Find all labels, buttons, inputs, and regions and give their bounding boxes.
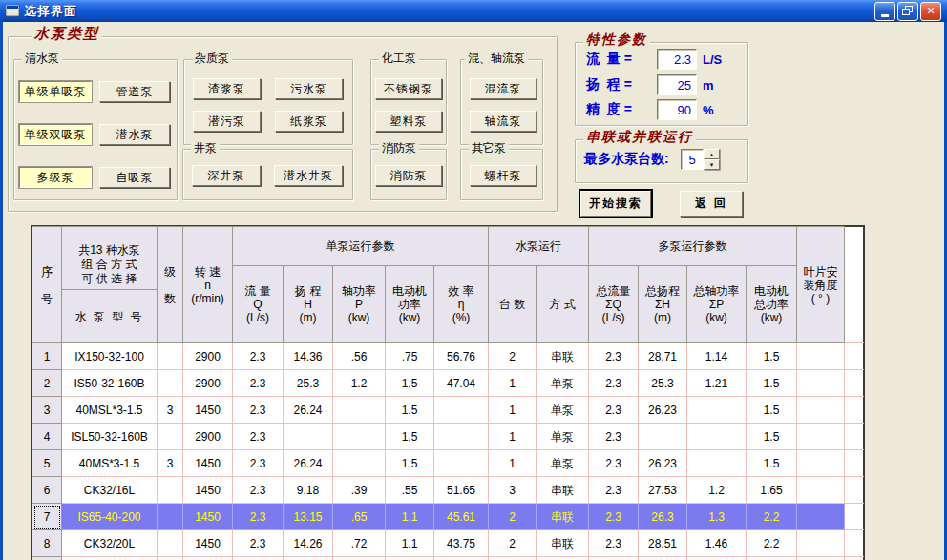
table-cell[interactable] bbox=[797, 477, 845, 504]
table-cell[interactable]: 43.75 bbox=[434, 530, 489, 557]
button-plastic-pump[interactable]: 塑料泵 bbox=[375, 111, 442, 132]
table-cell[interactable]: 2.2 bbox=[747, 504, 797, 530]
table-cell[interactable] bbox=[687, 557, 747, 560]
table-cell[interactable] bbox=[158, 370, 183, 397]
table-cell[interactable]: 2.3 bbox=[589, 397, 639, 424]
table-cell[interactable] bbox=[434, 397, 489, 424]
table-cell[interactable]: 1.3 bbox=[687, 504, 747, 530]
row-number-cell[interactable]: 9 bbox=[32, 557, 62, 560]
table-cell[interactable]: 2.3 bbox=[233, 477, 284, 504]
minimize-button[interactable] bbox=[874, 2, 895, 21]
table-cell[interactable]: 3 bbox=[158, 397, 183, 424]
table-cell[interactable]: 1.5 bbox=[747, 370, 797, 397]
table-cell[interactable]: .75 bbox=[386, 343, 434, 370]
table-cell[interactable]: 2.2 bbox=[747, 530, 797, 557]
table-cell[interactable]: CK32/16L bbox=[62, 477, 158, 504]
table-cell[interactable] bbox=[797, 504, 845, 530]
table-cell[interactable]: 1.5 bbox=[386, 397, 434, 424]
table-cell[interactable] bbox=[434, 424, 489, 450]
table-cell[interactable]: 1.1 bbox=[386, 557, 434, 560]
table-cell[interactable]: 4 bbox=[158, 557, 183, 560]
table-cell[interactable]: 1 bbox=[489, 424, 537, 450]
table-cell[interactable] bbox=[687, 424, 747, 450]
table-cell[interactable]: 47.04 bbox=[434, 370, 489, 397]
table-cell[interactable]: 1.21 bbox=[687, 370, 747, 397]
table-cell[interactable] bbox=[158, 504, 183, 530]
table-cell[interactable]: 2.3 bbox=[233, 343, 284, 370]
table-cell[interactable]: 26.23 bbox=[639, 450, 687, 477]
table-cell[interactable] bbox=[158, 343, 183, 370]
table-cell[interactable]: 1.5 bbox=[747, 450, 797, 477]
table-row[interactable]: 1IX150-32-10029002.314.36.56.7556.762串联2… bbox=[32, 343, 864, 370]
table-cell[interactable]: 1.1 bbox=[386, 530, 434, 557]
table-cell[interactable]: 45.61 bbox=[434, 504, 489, 530]
table-cell[interactable]: 1.5 bbox=[747, 397, 797, 424]
table-cell[interactable] bbox=[284, 424, 333, 450]
table-cell[interactable]: 2.3 bbox=[233, 370, 284, 397]
button-submersible-well-pump[interactable]: 潜水井泵 bbox=[274, 165, 343, 186]
table-cell[interactable]: 1450 bbox=[183, 477, 233, 504]
button-submersible-sewage-pump[interactable]: 潜污泵 bbox=[193, 111, 261, 132]
table-cell[interactable]: 串联 bbox=[537, 343, 589, 370]
table-cell[interactable]: 单泵 bbox=[537, 450, 589, 477]
table-cell[interactable] bbox=[687, 397, 747, 424]
table-cell[interactable] bbox=[333, 450, 386, 477]
precision-input[interactable]: 90 bbox=[657, 99, 697, 120]
table-cell[interactable]: 28.71 bbox=[639, 343, 687, 370]
table-cell[interactable] bbox=[687, 450, 747, 477]
button-single-stage-double-suction[interactable]: 单级双吸泵 bbox=[19, 124, 92, 145]
table-cell[interactable]: 并联 bbox=[537, 557, 589, 560]
table-cell[interactable]: 1450 bbox=[183, 557, 233, 560]
table-cell[interactable] bbox=[434, 557, 489, 560]
restore-button[interactable] bbox=[897, 2, 918, 21]
close-button[interactable]: ✕ bbox=[920, 2, 941, 21]
spin-down-button[interactable]: ▼ bbox=[704, 159, 720, 170]
table-cell[interactable]: 2900 bbox=[183, 343, 233, 370]
table-cell[interactable]: 1.5 bbox=[747, 343, 797, 370]
table-cell[interactable]: 1.14 bbox=[233, 557, 284, 560]
flow-input[interactable]: 2.3 bbox=[657, 49, 697, 70]
table-cell[interactable] bbox=[797, 557, 845, 560]
table-cell[interactable]: 14.26 bbox=[284, 530, 333, 557]
table-cell[interactable]: .55 bbox=[386, 477, 434, 504]
table-cell[interactable]: 2.3 bbox=[233, 424, 284, 450]
table-cell[interactable] bbox=[333, 397, 386, 424]
table-cell[interactable] bbox=[797, 450, 845, 477]
row-number-cell[interactable]: 7 bbox=[32, 504, 62, 530]
table-cell[interactable]: 2 bbox=[489, 504, 537, 530]
table-cell[interactable]: .72 bbox=[333, 530, 386, 557]
table-cell[interactable]: 3 bbox=[158, 450, 183, 477]
table-cell[interactable]: 2900 bbox=[183, 424, 233, 450]
table-cell[interactable]: 1.2 bbox=[333, 370, 386, 397]
table-cell[interactable]: 28.47 bbox=[639, 557, 687, 560]
table-cell[interactable]: 2.3 bbox=[589, 530, 639, 557]
table-cell[interactable]: 1450 bbox=[183, 504, 233, 530]
button-deep-well-pump[interactable]: 深井泵 bbox=[192, 165, 261, 186]
table-row[interactable]: 4ISL50-32-160B29002.31.51单泵2.31.5 bbox=[32, 424, 864, 450]
table-cell[interactable]: 25.3 bbox=[284, 370, 333, 397]
row-number-cell[interactable]: 6 bbox=[32, 477, 62, 504]
table-cell[interactable]: 1450 bbox=[183, 397, 233, 424]
table-cell[interactable]: 2.3 bbox=[589, 557, 639, 560]
button-slurry-pump[interactable]: 渣浆泵 bbox=[193, 78, 261, 99]
table-cell[interactable]: 26.23 bbox=[639, 397, 687, 424]
pump-results-grid[interactable]: 序 号 共13 种水泵 组 合 方 式 可 供 选 择 水 泵 型 号 级 数 … bbox=[32, 226, 864, 560]
button-fire-pump[interactable]: 消防泵 bbox=[375, 165, 442, 186]
row-number-cell[interactable]: 4 bbox=[32, 424, 62, 450]
table-cell[interactable]: 25.3 bbox=[639, 370, 687, 397]
table-cell[interactable]: .65 bbox=[333, 504, 386, 530]
table-cell[interactable]: 26.3 bbox=[639, 504, 687, 530]
table-row[interactable]: 2IS50-32-160B29002.325.31.21.547.041单泵2.… bbox=[32, 370, 864, 397]
table-cell[interactable]: 1 bbox=[489, 370, 537, 397]
table-cell[interactable]: 2.3 bbox=[589, 450, 639, 477]
table-cell[interactable]: 3 bbox=[489, 477, 537, 504]
button-stainless-steel-pump[interactable]: 不锈钢泵 bbox=[375, 78, 442, 99]
table-cell[interactable]: .39 bbox=[333, 477, 386, 504]
table-cell[interactable]: 1450 bbox=[183, 450, 233, 477]
table-cell[interactable]: .56 bbox=[333, 343, 386, 370]
table-cell[interactable]: 2.3 bbox=[589, 504, 639, 530]
row-number-cell[interactable]: 1 bbox=[32, 343, 62, 370]
table-cell[interactable]: 1.46 bbox=[687, 530, 747, 557]
table-cell[interactable] bbox=[639, 424, 687, 450]
table-row[interactable]: 340MSL*3-1.5314502.326.241.51单泵2.326.231… bbox=[32, 397, 864, 424]
